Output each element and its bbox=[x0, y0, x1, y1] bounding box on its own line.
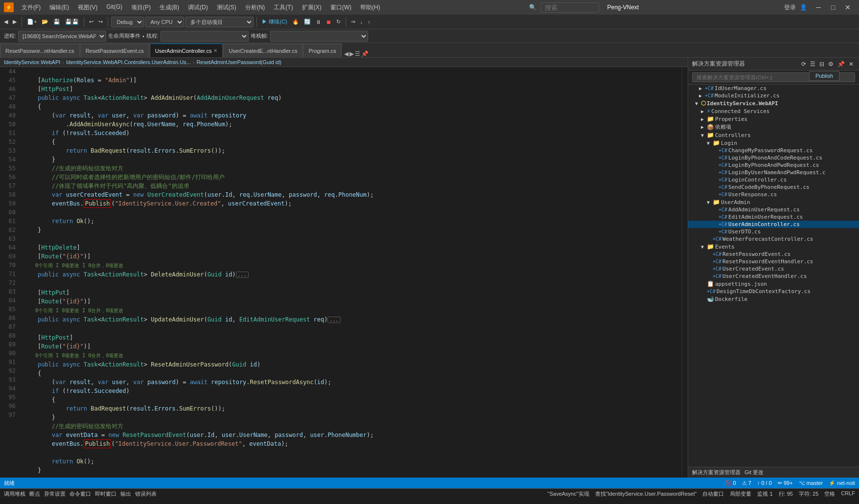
tree-item-addadmin[interactable]: +C# AddAdminUserRequest.cs bbox=[688, 206, 859, 213]
menu-build[interactable]: 生成(B) bbox=[156, 2, 183, 13]
minimize-button[interactable]: ─ bbox=[811, 0, 826, 15]
menu-tools[interactable]: 工具(T) bbox=[270, 2, 297, 13]
sidebar-sync-btn[interactable]: ⟳ bbox=[800, 60, 808, 68]
tab-right-arrow[interactable]: ▶ bbox=[349, 50, 354, 57]
warning-count[interactable]: ⚠ 7 bbox=[742, 480, 751, 486]
sidebar-close-btn[interactable]: ✕ bbox=[847, 60, 855, 68]
tree-item-userdto[interactable]: +C# UserDTO.cs bbox=[688, 228, 859, 235]
menu-bar[interactable]: 文件(F) 编辑(E) 视图(V) Git(G) 项目(P) 生成(B) 调试(… bbox=[18, 2, 384, 13]
stack-select[interactable] bbox=[270, 31, 368, 42]
tree-item-controllers[interactable]: ▼ 📁 Controllers bbox=[688, 131, 859, 139]
process-select[interactable]: [19680] SearchService.WebAPI. bbox=[18, 31, 106, 42]
menu-debug[interactable]: 调试(D) bbox=[184, 2, 212, 13]
tree-item-loginbypwd[interactable]: +C# LoginByPhoneAndPwdRequest.cs bbox=[688, 161, 859, 169]
open-btn[interactable]: 📂 bbox=[40, 18, 50, 26]
tree-item-dockerfile[interactable]: 🐋 Dockerfile bbox=[688, 295, 859, 303]
menu-view[interactable]: 视图(V) bbox=[74, 2, 101, 13]
solution-explorer-tab[interactable]: 解决方案资源管理器 bbox=[692, 469, 741, 476]
tab-program[interactable]: Program.cs bbox=[303, 44, 341, 57]
tab-resetpassword-handler[interactable]: ResetPasswor...ntHandler.cs bbox=[0, 44, 80, 57]
save-all-btn[interactable]: 💾💾 bbox=[63, 18, 81, 26]
tree-item-sendcode[interactable]: +C# SendCodeByPhoneRequest.cs bbox=[688, 183, 859, 191]
tree-item-usercreatedhandler[interactable]: +C# UserCreatedEventHandler.cs bbox=[688, 273, 859, 280]
debug-config-dropdown[interactable]: Debug bbox=[111, 17, 144, 27]
tree-item-weathercontroller[interactable]: +C# WeatherForecastController.cs bbox=[688, 235, 859, 243]
tree-item-changemypwd[interactable]: +C# ChangeMyPasswordRequest.cs bbox=[688, 147, 859, 154]
forward-button[interactable]: ▶ bbox=[11, 18, 19, 26]
bottom-errorlist[interactable]: 错误列表 bbox=[135, 490, 157, 498]
breadcrumb-method[interactable]: ResetAdminUserPassword(Guid id) bbox=[196, 59, 281, 65]
breadcrumb-class[interactable]: IdentityService.WebAPI.Controllers.UserA… bbox=[66, 59, 191, 65]
bottom-cmd[interactable]: 命令窗口 bbox=[70, 490, 91, 498]
pause-btn[interactable]: ⏸ bbox=[314, 18, 323, 26]
tab-close-icon[interactable]: ✕ bbox=[213, 48, 217, 53]
tab-resetpassword-event[interactable]: ResetPasswordEvent.cs bbox=[80, 44, 149, 57]
hot-reload-btn[interactable]: 🔥 bbox=[290, 18, 301, 26]
bottom-breakpoints[interactable]: 断点 bbox=[29, 490, 40, 498]
tab-pin-icon[interactable]: 📌 bbox=[361, 50, 369, 57]
local-vars[interactable]: 局部变量 bbox=[730, 490, 751, 498]
menu-window[interactable]: 窗口(W) bbox=[326, 2, 355, 13]
sidebar-settings-btn[interactable]: ⚙ bbox=[827, 60, 835, 68]
tree-item-idumanager[interactable]: ▶ +C# IdUserManager.cs bbox=[688, 85, 859, 92]
code-content[interactable]: [Authorize(Roles = "Admin")] [HttpPost] … bbox=[20, 67, 682, 478]
undo-button[interactable]: ↩ bbox=[87, 18, 95, 26]
code-scroll-area[interactable]: 44 45 46 47 48 49 50 51 52 53 54 55 56 5… bbox=[0, 67, 688, 478]
git-branch[interactable]: ⌥ master bbox=[799, 480, 823, 486]
tab-useradmin-controller[interactable]: UserAdminController.cs ✕ bbox=[150, 44, 223, 57]
save-btn[interactable]: 💾 bbox=[51, 18, 62, 26]
tab-menu-icon[interactable]: ☰ bbox=[355, 50, 360, 57]
menu-project[interactable]: 项目(P) bbox=[127, 2, 155, 13]
tree-item-useradmincontroller[interactable]: +C# UserAdminController.cs bbox=[688, 221, 859, 228]
sidebar-pin-btn[interactable]: 📌 bbox=[836, 60, 846, 68]
menu-help[interactable]: 帮助(H) bbox=[356, 2, 384, 13]
step-over-btn[interactable]: ⇒ bbox=[349, 18, 357, 26]
tree-item-events-folder[interactable]: ▼ 📁 Events bbox=[688, 243, 859, 251]
tree-item-connected-services[interactable]: ▶ ⚡ Connected Services bbox=[688, 107, 859, 115]
tree-item-loginbyphone[interactable]: +C# LoginByPhoneAndCodeRequest.cs bbox=[688, 154, 859, 161]
sidebar-collapse-btn[interactable]: ⊟ bbox=[818, 60, 826, 68]
breadcrumb-namespace[interactable]: IdentityService.WebAPI bbox=[4, 59, 60, 65]
watch-1[interactable]: 监视 1 bbox=[757, 490, 772, 498]
git-changes-tab[interactable]: Git 更改 bbox=[744, 469, 764, 476]
menu-git[interactable]: Git(G) bbox=[102, 2, 126, 13]
restart-btn[interactable]: 🔄 bbox=[302, 18, 313, 26]
tree-item-login-folder[interactable]: ▼ 📁 Login bbox=[688, 139, 859, 147]
new-project-btn[interactable]: 📄+ bbox=[25, 18, 39, 26]
tree-item-userresponse[interactable]: +C# UserResponse.cs bbox=[688, 191, 859, 198]
error-count[interactable]: 🚫 0 bbox=[725, 480, 736, 486]
platform-dropdown[interactable]: Any CPU bbox=[145, 17, 184, 27]
tree-item-designtime[interactable]: +C# DesignTimeDbContextFactory.cs bbox=[688, 288, 859, 295]
thread-select[interactable] bbox=[161, 31, 249, 42]
stop-btn[interactable]: ⏹ bbox=[324, 18, 333, 26]
tree-item-resetpwdhandler[interactable]: +C# ResetPasswordEventHandler.cs bbox=[688, 258, 859, 265]
tree-item-dependencies[interactable]: ▶ 📦 依赖项 bbox=[688, 123, 859, 131]
bottom-immediate[interactable]: 即时窗口 bbox=[95, 490, 116, 498]
back-button[interactable]: ◀ bbox=[2, 18, 10, 26]
refresh-btn[interactable]: ↻ bbox=[334, 18, 343, 26]
tree-item-editadmin[interactable]: +C# EditAdminUserRequest.cs bbox=[688, 213, 859, 221]
sidebar-filter-btn[interactable]: ☰ bbox=[809, 60, 817, 68]
tree-item-moduleinit[interactable]: ▶ +C# ModuleInitializer.cs bbox=[688, 92, 859, 99]
login-text[interactable]: 登录 bbox=[784, 3, 796, 12]
step-out-btn[interactable]: ↑ bbox=[366, 18, 372, 26]
startup-dropdown[interactable]: 多个启动项目 bbox=[185, 17, 254, 27]
menu-analyze[interactable]: 分析(N) bbox=[241, 2, 269, 13]
maximize-button[interactable]: □ bbox=[826, 0, 840, 15]
close-button[interactable]: ✕ bbox=[840, 0, 855, 15]
tree-item-resetpwdevent[interactable]: +C# ResetPasswordEvent.cs bbox=[688, 251, 859, 258]
tree-item-usercreatedevent[interactable]: +C# UserCreatedEvent.cs bbox=[688, 265, 859, 273]
tab-left-arrow[interactable]: ◀ bbox=[344, 50, 348, 57]
bottom-exceptions[interactable]: 异常设置 bbox=[44, 490, 66, 498]
menu-test[interactable]: 测试(S) bbox=[213, 2, 240, 13]
menu-file[interactable]: 文件(F) bbox=[18, 2, 45, 13]
tab-usercreated-handler[interactable]: UserCreatedE...ntHandler.cs bbox=[223, 44, 302, 57]
tree-item-properties[interactable]: ▶ 📁 Properties bbox=[688, 115, 859, 123]
tree-item-identitywebapi[interactable]: ▼ ⬡ IdentityService.WebAPI bbox=[688, 99, 859, 107]
bottom-callstack[interactable]: 调用堆栈 bbox=[4, 490, 25, 498]
start-button[interactable]: ▶ 继续(C) bbox=[260, 17, 289, 26]
tree-item-loginbyusername[interactable]: +C# LoginByUserNameAndPwdRequest.c bbox=[688, 169, 859, 176]
redo-button[interactable]: ↪ bbox=[96, 18, 105, 26]
tree-item-useradmin-folder[interactable]: ▼ 📁 UserAdmin bbox=[688, 198, 859, 206]
tree-item-appsettings[interactable]: 📋 appsettings.json bbox=[688, 280, 859, 288]
